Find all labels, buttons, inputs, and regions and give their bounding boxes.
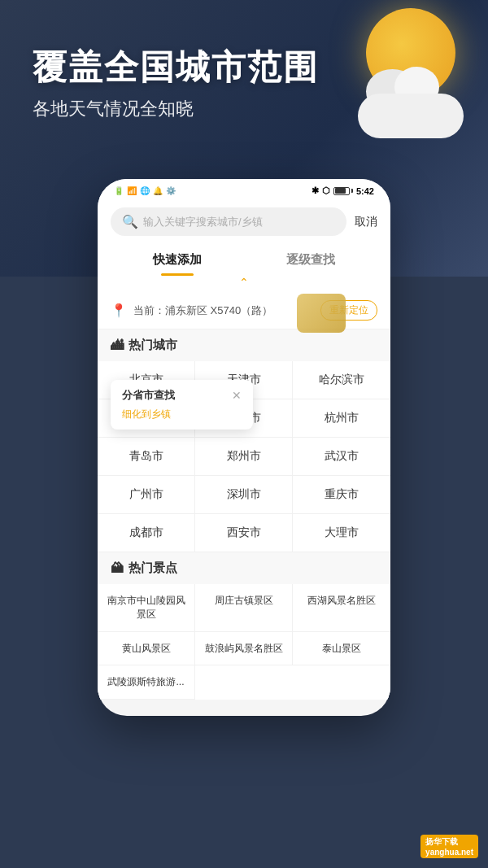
wifi-icon: 📶 [127, 186, 137, 195]
city-item[interactable]: 哈尔滨市 [293, 361, 390, 399]
hero-section: 覆盖全国城市范围 各地天气情况全知晓 [33, 45, 319, 121]
tooltip-close-button[interactable]: ✕ [232, 389, 242, 402]
attraction-item[interactable]: 南京市中山陵园风景区 [98, 584, 195, 632]
attraction-item[interactable]: 黄山风景区 [98, 632, 195, 666]
hero-subtitle: 各地天气情况全知晓 [33, 97, 319, 121]
settings-status-icon: ⚙️ [166, 186, 176, 195]
status-bar: 🔋 📶 🌐 🔔 ⚙️ ✱ ⬡ 5:42 [98, 179, 390, 199]
city-item[interactable]: 广州市 [98, 476, 195, 514]
location-status-icon: 🌐 [140, 186, 150, 195]
tooltip-subtitle: 细化到乡镇 [122, 408, 171, 420]
attraction-item[interactable]: 泰山景区 [293, 632, 390, 666]
city-item[interactable]: 郑州市 [195, 438, 293, 476]
battery-icon: 🔋 [114, 186, 124, 195]
cancel-button[interactable]: 取消 [355, 215, 377, 229]
tooltip-title: 分省市查找 [122, 388, 175, 403]
hot-attractions-grid: 南京市中山陵园风景区周庄古镇景区西湖风景名胜区黄山风景区鼓浪屿风景名胜区泰山景区… [98, 584, 390, 700]
tooltip-popup: 分省市查找 ✕ 细化到乡镇 [111, 380, 253, 430]
city-item[interactable]: 青岛市 [98, 438, 195, 476]
cloud-decoration [342, 73, 472, 138]
city-item[interactable]: 重庆市 [293, 476, 390, 514]
hot-cities-header: 🏙 热门城市 [98, 329, 390, 361]
search-icon: 🔍 [122, 214, 138, 229]
attraction-item[interactable]: 周庄古镇景区 [195, 584, 293, 632]
city-item[interactable]: 成都市 [98, 514, 195, 552]
hot-cities-label: 热门城市 [129, 338, 177, 353]
battery-indicator [333, 187, 353, 195]
signal-icon: ⬡ [322, 185, 330, 196]
tab-hierarchical[interactable]: 逐级查找 [244, 244, 377, 276]
notification-icon: 🔔 [153, 186, 163, 195]
city-item[interactable]: 西安市 [195, 514, 293, 552]
phone-content: 分省市查找 ✕ 细化到乡镇 📍 当前：浦东新区 X5740（路） 重新定位 🏙 … [98, 292, 390, 700]
weather-mini-card [297, 294, 346, 333]
search-bar: 🔍 输入关键字搜索城市/乡镇 取消 [98, 199, 390, 244]
status-left-icons: 🔋 📶 🌐 🔔 ⚙️ [114, 186, 176, 195]
tooltip-header: 分省市查找 ✕ [122, 388, 242, 403]
attraction-item[interactable]: 武陵源斯特旅游... [98, 665, 195, 700]
search-placeholder: 输入关键字搜索城市/乡镇 [143, 215, 263, 229]
attraction-item[interactable]: 鼓浪屿风景名胜区 [195, 632, 293, 666]
hot-attractions-label: 热门景点 [129, 560, 177, 576]
clock: 5:42 [356, 186, 374, 196]
location-text: 当前：浦东新区 X5740（路） [133, 303, 314, 318]
search-input-wrap[interactable]: 🔍 输入关键字搜索城市/乡镇 [111, 207, 346, 236]
chevron-up-indicator: ⌃ [98, 276, 390, 292]
location-pin-icon: 📍 [111, 303, 127, 318]
hot-attractions-icon: 🏔 [111, 561, 124, 576]
city-item[interactable]: 武汉市 [293, 438, 390, 476]
hot-cities-icon: 🏙 [111, 338, 124, 353]
city-item[interactable]: 深圳市 [195, 476, 293, 514]
tab-quick-add[interactable]: 快速添加 [111, 244, 244, 276]
phone-mockup: 🔋 📶 🌐 🔔 ⚙️ ✱ ⬡ 5:42 🔍 输入关键字搜索城市/乡镇 取消 [98, 179, 390, 716]
location-row: 📍 当前：浦东新区 X5740（路） 重新定位 [98, 292, 390, 329]
tabs-row: 快速添加 逐级查找 [98, 244, 390, 276]
city-item[interactable]: 杭州市 [293, 399, 390, 438]
attraction-item[interactable]: 西湖风景名胜区 [293, 584, 390, 632]
hot-attractions-header: 🏔 热门景点 [98, 552, 390, 584]
bluetooth-icon: ✱ [312, 185, 319, 196]
status-right: ✱ ⬡ 5:42 [312, 185, 374, 196]
hero-title: 覆盖全国城市范围 [33, 45, 319, 90]
city-item[interactable]: 大理市 [293, 514, 390, 552]
watermark: 扬华下载yanghua.net [420, 835, 478, 858]
